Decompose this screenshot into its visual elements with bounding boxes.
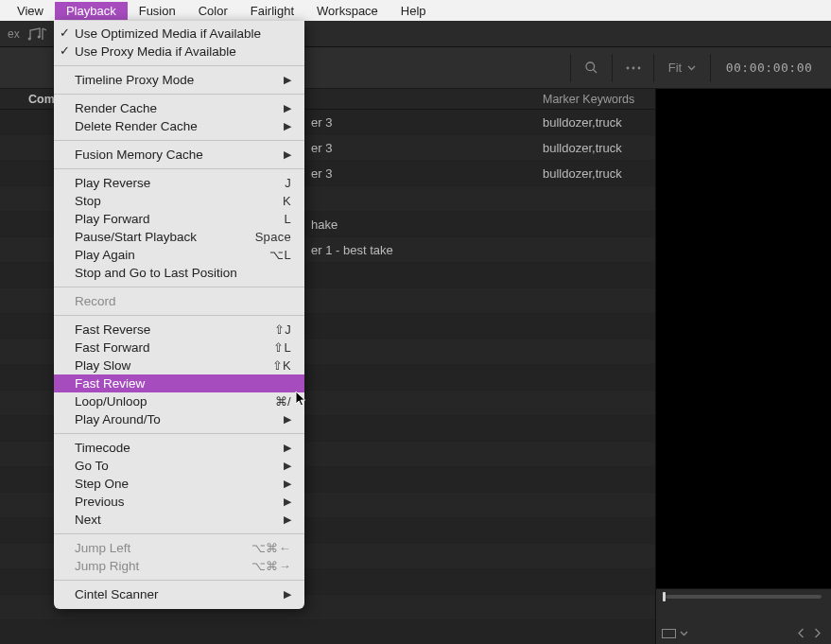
menu-item-label: Render Cache	[75, 101, 284, 115]
menu-item-label: Use Proxy Media if Available	[75, 44, 291, 59]
submenu-arrow-icon: ▶	[284, 588, 291, 600]
svg-point-4	[626, 66, 629, 69]
search-icon	[584, 61, 598, 75]
chevron-left-icon	[797, 628, 805, 638]
menu-item-shortcut: L	[244, 212, 291, 226]
music-note-icon[interactable]	[26, 25, 48, 44]
table-cell: er 3	[306, 115, 538, 130]
menu-color[interactable]: Color	[187, 2, 239, 20]
svg-point-0	[27, 37, 30, 40]
submenu-arrow-icon: ▶	[284, 413, 291, 426]
menu-item[interactable]: Pause/Start PlaybackSpace	[54, 228, 304, 246]
viewer-bottom-bar	[655, 588, 831, 644]
menu-item-label: Record	[75, 294, 291, 308]
menu-workspace[interactable]: Workspace	[305, 2, 390, 20]
menu-item[interactable]: Timecode▶	[54, 439, 304, 457]
menu-item[interactable]: Fast Review	[54, 374, 304, 392]
menu-item[interactable]: Play Again⌥L	[54, 246, 304, 264]
menu-separator	[54, 140, 304, 141]
zoom-fit-dropdown[interactable]: Fit	[653, 54, 710, 82]
toolbar-ex-label: ex	[4, 26, 24, 42]
menu-item-shortcut: ⌘/	[244, 394, 291, 409]
menu-playback[interactable]: Playback	[55, 2, 128, 20]
menu-item-shortcut: ⇧L	[244, 340, 291, 355]
menu-item[interactable]: Loop/Unloop⌘/	[54, 392, 304, 410]
chevron-right-icon	[813, 628, 822, 638]
submenu-arrow-icon: ▶	[284, 74, 291, 86]
menu-item-label: Use Optimized Media if Available	[75, 26, 291, 41]
menu-item[interactable]: Render Cache▶	[54, 99, 304, 117]
menu-item[interactable]: Go To▶	[54, 457, 304, 475]
menu-item-label: Previous	[75, 495, 284, 509]
search-button[interactable]	[570, 54, 612, 82]
menu-item[interactable]: Use Optimized Media if Available	[54, 25, 304, 43]
menu-item[interactable]: Play Around/To▶	[54, 410, 304, 428]
timeline-scrubber[interactable]	[666, 595, 822, 599]
timecode-display[interactable]: 00:00:00:00	[710, 54, 827, 82]
menu-item-label: Cintel Scanner	[75, 587, 284, 601]
menu-item-label: Play Reverse	[75, 176, 244, 190]
svg-point-6	[637, 66, 640, 69]
dots-icon	[625, 65, 642, 71]
menu-item[interactable]: Play ReverseJ	[54, 174, 304, 192]
prev-button[interactable]	[793, 628, 809, 638]
menu-separator	[54, 580, 304, 581]
menu-item[interactable]: Play Slow⇧K	[54, 357, 304, 374]
submenu-arrow-icon: ▶	[284, 478, 291, 490]
menu-item-label: Go To	[75, 459, 284, 473]
submenu-arrow-icon: ▶	[284, 460, 291, 472]
svg-point-1	[37, 35, 40, 38]
table-cell: hake	[306, 218, 538, 232]
menu-item[interactable]: Delete Render Cache▶	[54, 117, 304, 135]
menu-item-label: Pause/Start Playback	[75, 230, 244, 244]
menu-item-label: Fast Forward	[75, 340, 244, 355]
menu-item-shortcut: ⇧J	[244, 322, 291, 337]
menu-fusion[interactable]: Fusion	[128, 2, 187, 20]
table-cell: er 1 - best take	[306, 243, 538, 257]
menu-separator	[54, 315, 304, 316]
more-options-button[interactable]	[612, 54, 653, 82]
menu-fairlight[interactable]: Fairlight	[239, 2, 305, 20]
scrubber-thumb[interactable]	[663, 592, 666, 601]
table-cell: er 3	[306, 166, 538, 181]
menu-item[interactable]: Use Proxy Media if Available	[54, 43, 304, 61]
menu-item-label: Fast Reverse	[75, 322, 244, 337]
menu-item-label: Next	[75, 513, 284, 527]
menu-item-label: Play Again	[75, 248, 244, 262]
menu-item-label: Play Slow	[75, 358, 244, 373]
menu-item[interactable]: StopK	[54, 192, 304, 210]
menu-item[interactable]: Fast Reverse⇧J	[54, 321, 304, 339]
menu-item[interactable]: Next▶	[54, 511, 304, 529]
menu-item-shortcut: ⌥⌘→	[244, 559, 291, 573]
menu-separator	[54, 65, 304, 66]
menu-item-shortcut: ⇧K	[244, 358, 291, 373]
menu-item-label: Fast Review	[75, 376, 291, 391]
menu-item-shortcut: K	[244, 194, 291, 208]
menu-item[interactable]: Step One▶	[54, 475, 304, 493]
menu-item-label: Delete Render Cache	[75, 119, 284, 133]
menu-view[interactable]: View	[6, 2, 55, 20]
menu-item[interactable]: Play ForwardL	[54, 210, 304, 228]
menu-item-label: Step One	[75, 477, 284, 491]
menu-item-label: Loop/Unloop	[75, 394, 244, 409]
menu-separator	[54, 433, 304, 434]
menu-item[interactable]: Timeline Proxy Mode▶	[54, 71, 304, 89]
display-mode-dropdown[interactable]	[662, 629, 688, 638]
menu-help[interactable]: Help	[390, 2, 438, 20]
chevron-down-icon	[680, 631, 688, 636]
submenu-arrow-icon: ▶	[284, 120, 291, 132]
menu-item[interactable]: Previous▶	[54, 493, 304, 511]
menu-item-label: Stop and Go to Last Position	[75, 266, 291, 280]
menu-item: Record	[54, 292, 304, 310]
next-button[interactable]	[809, 628, 825, 638]
menu-item-label: Jump Left	[75, 541, 244, 555]
menu-item[interactable]: Fusion Memory Cache▶	[54, 146, 304, 164]
menu-item[interactable]: Stop and Go to Last Position	[54, 264, 304, 282]
menu-item[interactable]: Fast Forward⇧L	[54, 339, 304, 357]
table-cell: er 3	[306, 141, 538, 155]
os-menubar: View Playback Fusion Color Fairlight Wor…	[0, 0, 831, 21]
menu-separator	[54, 533, 304, 534]
menu-separator	[54, 94, 304, 95]
menu-item[interactable]: Cintel Scanner▶	[54, 585, 304, 603]
submenu-arrow-icon: ▶	[284, 148, 291, 161]
